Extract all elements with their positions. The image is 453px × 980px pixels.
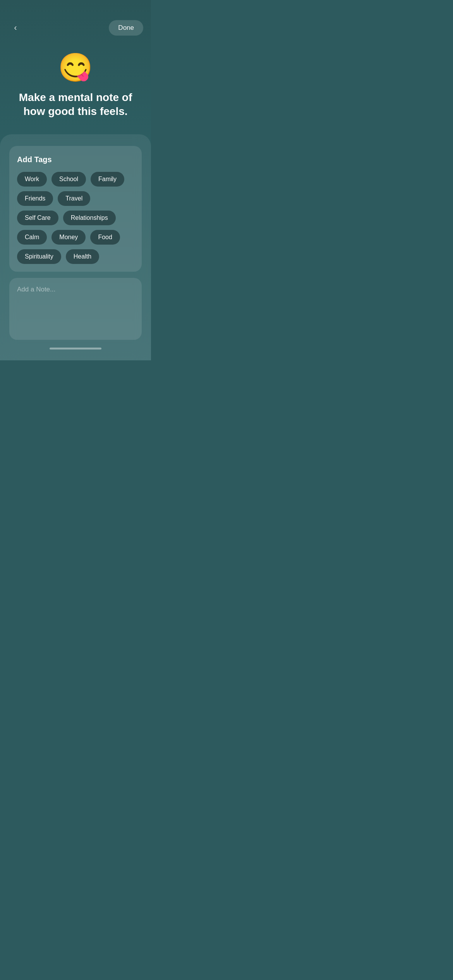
tag-self-care[interactable]: Self Care: [17, 211, 58, 225]
hero-title: Make a mental note of how good this feel…: [15, 91, 136, 119]
status-bar: [0, 0, 151, 17]
tag-money[interactable]: Money: [51, 230, 86, 245]
tags-grid: WorkSchoolFamilyFriendsTravelSelf CareRe…: [17, 172, 134, 264]
done-button[interactable]: Done: [109, 20, 143, 36]
tags-section: Add Tags WorkSchoolFamilyFriendsTravelSe…: [9, 146, 142, 272]
back-button[interactable]: ‹: [8, 20, 23, 36]
hero-section: 😋 Make a mental note of how good this fe…: [0, 42, 151, 134]
tag-friends[interactable]: Friends: [17, 191, 53, 206]
tag-family[interactable]: Family: [91, 172, 124, 187]
tag-travel[interactable]: Travel: [58, 191, 90, 206]
tag-health[interactable]: Health: [66, 249, 99, 264]
bottom-panel: Add Tags WorkSchoolFamilyFriendsTravelSe…: [0, 134, 151, 360]
tag-calm[interactable]: Calm: [17, 230, 47, 245]
nav-bar: ‹ Done: [0, 17, 151, 42]
note-section[interactable]: Add a Note...: [9, 278, 142, 340]
tags-title: Add Tags: [17, 155, 134, 164]
tag-food[interactable]: Food: [90, 230, 120, 245]
screen: ‹ Done 😋 Make a mental note of how good …: [0, 0, 151, 360]
tag-school[interactable]: School: [51, 172, 86, 187]
emoji-icon: 😋: [58, 53, 93, 81]
home-indicator: [50, 348, 101, 350]
tag-spirituality[interactable]: Spirituality: [17, 249, 61, 264]
tag-relationships[interactable]: Relationships: [63, 211, 116, 225]
tag-work[interactable]: Work: [17, 172, 47, 187]
back-chevron-icon: ‹: [14, 24, 17, 32]
note-placeholder: Add a Note...: [17, 286, 55, 293]
